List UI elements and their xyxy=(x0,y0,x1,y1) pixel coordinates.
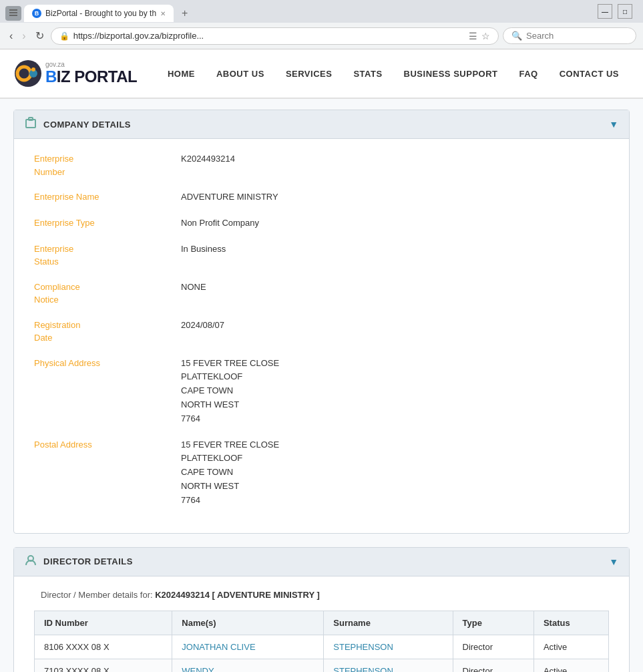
director-details-toggle[interactable]: ▼ xyxy=(609,556,618,567)
enterprise-name-value: ADVENTURE MINISTRY xyxy=(181,190,278,204)
nav-item-biz-support[interactable]: BUSINESS SUPPORT xyxy=(393,57,509,91)
enterprise-number-label: EnterpriseNumber xyxy=(34,152,181,178)
company-details-header-left: COMPANY DETAILS xyxy=(25,117,131,132)
site-header: gov.za BIZ PORTAL HOME ABOUT US SERVICES… xyxy=(0,49,643,99)
enterprise-status-row: EnterpriseStatus In Business xyxy=(34,242,609,269)
compliance-notice-value: NONE xyxy=(181,281,206,295)
registration-date-row: RegistrationDate 2024/08/07 xyxy=(34,319,609,345)
director-details-header-left: DIRECTOR DETAILS xyxy=(25,554,133,569)
col-surname: Surname xyxy=(324,611,453,635)
director-details-body: Director / Member details for: K20244932… xyxy=(14,576,629,672)
enterprise-status-value: In Business xyxy=(181,242,226,257)
director-status-1: Active xyxy=(533,635,608,659)
table-row: 8106 XXXX 08 X JONATHAN CLIVE STEPHENSON… xyxy=(35,635,609,659)
registration-date-value: 2024/08/07 xyxy=(181,319,224,333)
company-details-header: COMPANY DETAILS ▼ xyxy=(14,110,629,139)
postal-address-value: 15 FEVER TREE CLOSEPLATTEKLOOFCAPE TOWNN… xyxy=(181,438,279,508)
browser-chrome: B BizPortal - Brought to you by th ✕ + —… xyxy=(0,0,643,49)
enterprise-type-row: Enterprise Type Non Profit Company xyxy=(34,216,609,230)
col-type: Type xyxy=(453,611,533,635)
director-status-2: Active xyxy=(533,659,608,672)
new-tab-button[interactable]: + xyxy=(176,5,193,22)
director-details-panel: DIRECTOR DETAILS ▼ Director / Member det… xyxy=(13,547,630,672)
director-table-body: 8106 XXXX 08 X JONATHAN CLIVE STEPHENSON… xyxy=(35,635,609,672)
search-bar[interactable]: 🔍 Search xyxy=(503,27,636,44)
tab-group-button[interactable] xyxy=(5,6,21,21)
back-button[interactable]: ‹ xyxy=(7,27,15,45)
tab-close-icon[interactable]: ✕ xyxy=(160,10,166,17)
nav-item-home[interactable]: HOME xyxy=(157,57,206,91)
director-names-1: JONATHAN CLIVE xyxy=(172,635,324,659)
registration-date-label: RegistrationDate xyxy=(34,319,181,345)
svg-rect-2 xyxy=(9,15,17,16)
enterprise-number-value: K2024493214 xyxy=(181,152,235,166)
nav-item-about[interactable]: ABOUT US xyxy=(206,57,275,91)
enterprise-name-row: Enterprise Name ADVENTURE MINISTRY xyxy=(34,190,609,204)
director-type-1: Director xyxy=(453,635,533,659)
nav-item-contact[interactable]: CONTACT US xyxy=(549,57,630,91)
enterprise-status-label: EnterpriseStatus xyxy=(34,242,181,269)
director-company-ref: K2024493214 [ ADVENTURE MINISTRY ] xyxy=(155,590,320,600)
director-surname-1: STEPHENSON xyxy=(324,635,453,659)
director-table-head: ID Number Name(s) Surname Type Status xyxy=(35,611,609,635)
director-surname-2: STEPHENSON xyxy=(324,659,453,672)
maximize-button[interactable]: □ xyxy=(618,4,632,19)
site-nav: HOME ABOUT US SERVICES STATS BUSINESS SU… xyxy=(157,57,630,91)
director-table: ID Number Name(s) Surname Type Status 81… xyxy=(34,611,609,672)
col-status: Status xyxy=(533,611,608,635)
address-bar-actions: ☰ ☆ xyxy=(469,31,490,41)
browser-toolbar: ‹ › ↻ 🔒 https://bizportal.gov.za/bizprof… xyxy=(0,23,643,49)
table-row: 7103 XXXX 08 X WENDY STEPHENSON Director… xyxy=(35,659,609,672)
search-icon: 🔍 xyxy=(511,31,522,41)
forward-button[interactable]: › xyxy=(19,27,28,45)
address-bar[interactable]: 🔒 https://bizportal.gov.za/bizprofile...… xyxy=(51,27,499,45)
col-id-number: ID Number xyxy=(35,611,172,635)
director-id-2: 7103 XXXX 08 X xyxy=(35,659,172,672)
logo-portal-text: BIZ PORTAL xyxy=(45,68,137,86)
compliance-notice-row: ComplianceNotice NONE xyxy=(34,281,609,307)
lock-icon: 🔒 xyxy=(59,31,69,41)
director-names-2: WENDY xyxy=(172,659,324,672)
physical-address-label: Physical Address xyxy=(34,357,181,370)
tab-favicon-icon: B xyxy=(32,9,41,18)
tab-title: BizPortal - Brought to you by th xyxy=(45,9,156,18)
site-wrapper: gov.za BIZ PORTAL HOME ABOUT US SERVICES… xyxy=(0,49,643,672)
active-tab[interactable]: B BizPortal - Brought to you by th ✕ xyxy=(24,5,174,22)
director-details-title: DIRECTOR DETAILS xyxy=(43,556,133,566)
enterprise-name-label: Enterprise Name xyxy=(34,190,181,204)
nav-item-faq[interactable]: FAQ xyxy=(509,57,549,91)
main-content: COMPANY DETAILS ▼ EnterpriseNumber K2024… xyxy=(0,99,643,672)
svg-point-6 xyxy=(31,67,35,71)
director-details-header: DIRECTOR DETAILS ▼ xyxy=(14,548,629,576)
director-icon xyxy=(25,554,37,569)
company-details-body: EnterpriseNumber K2024493214 Enterprise … xyxy=(14,139,629,533)
physical-address-value: 15 FEVER TREE CLOSEPLATTEKLOOFCAPE TOWNN… xyxy=(181,357,279,426)
search-text: Search xyxy=(526,31,554,41)
col-names: Name(s) xyxy=(172,611,324,635)
svg-rect-0 xyxy=(9,9,17,11)
enterprise-number-row: EnterpriseNumber K2024493214 xyxy=(34,152,609,178)
company-details-toggle[interactable]: ▼ xyxy=(609,119,618,130)
enterprise-type-label: Enterprise Type xyxy=(34,216,181,230)
physical-address-row: Physical Address 15 FEVER TREE CLOSEPLAT… xyxy=(34,357,609,426)
svg-rect-1 xyxy=(9,12,17,13)
reader-mode-icon[interactable]: ☰ xyxy=(469,31,477,41)
bookmark-icon[interactable]: ☆ xyxy=(481,31,490,41)
site-logo: gov.za BIZ PORTAL xyxy=(13,49,137,98)
director-intro: Director / Member details for: K20244932… xyxy=(34,590,609,600)
company-details-title: COMPANY DETAILS xyxy=(43,120,131,130)
window-controls: — □ xyxy=(592,4,638,23)
nav-item-stats[interactable]: STATS xyxy=(343,57,393,91)
postal-address-row: Postal Address 15 FEVER TREE CLOSEPLATTE… xyxy=(34,438,609,508)
url-text: https://bizportal.gov.za/bizprofile... xyxy=(73,31,465,41)
tab-bar: B BizPortal - Brought to you by th ✕ + —… xyxy=(0,0,643,23)
compliance-notice-label: ComplianceNotice xyxy=(34,281,181,307)
reload-button[interactable]: ↻ xyxy=(33,27,47,45)
company-details-panel: COMPANY DETAILS ▼ EnterpriseNumber K2024… xyxy=(13,110,630,534)
minimize-button[interactable]: — xyxy=(598,4,612,19)
company-icon xyxy=(25,117,37,132)
main-content-inner: COMPANY DETAILS ▼ EnterpriseNumber K2024… xyxy=(13,99,630,672)
nav-item-services[interactable]: SERVICES xyxy=(275,57,343,91)
director-id-1: 8106 XXXX 08 X xyxy=(35,635,172,659)
enterprise-type-value: Non Profit Company xyxy=(181,216,259,230)
